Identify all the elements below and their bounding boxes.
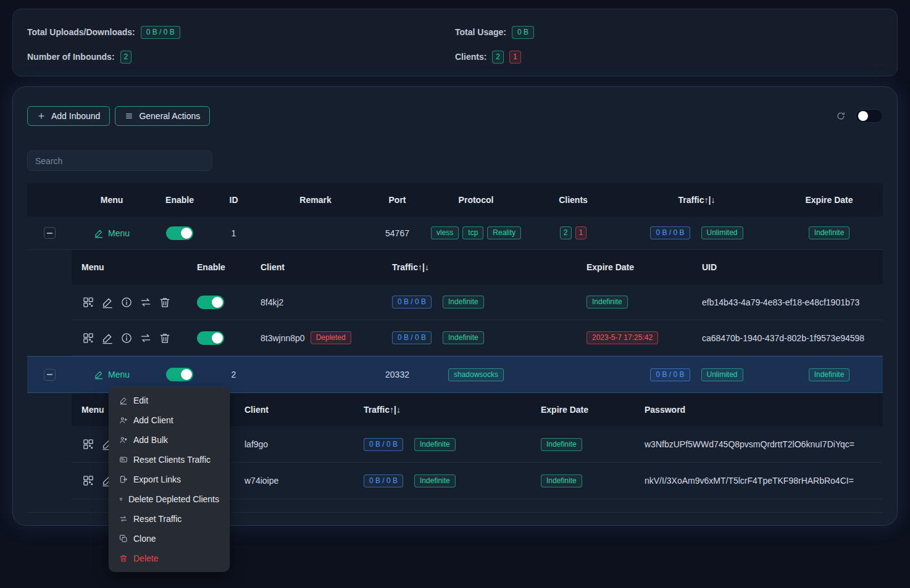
sub-header-traffic-sort[interactable]: Traffic↑|↓ — [382, 262, 577, 272]
traffic-value-badge: 0 B / 0 B — [650, 226, 690, 239]
inbound-2-traffic: 0 B / 0 B Unlimited — [650, 368, 743, 381]
sub-header-client: Client — [235, 405, 354, 415]
header-traffic-sort[interactable]: Traffic↑|↓ — [618, 195, 775, 205]
traffic-value-badge: 0 B / 0 B — [364, 474, 403, 487]
refresh-icon — [836, 111, 846, 121]
add-inbound-button[interactable]: Add Inbound — [27, 106, 110, 126]
export-icon — [119, 475, 128, 484]
stat-uploads-label: Total Uploads/Downloads: — [27, 27, 135, 37]
edit-client-button[interactable] — [101, 331, 114, 345]
client-traffic: 0 B / 0 B Indefinite — [392, 296, 484, 308]
client-info-button[interactable] — [120, 331, 133, 345]
sub-header-client: Client — [251, 262, 382, 272]
client-traffic: 0 B / 0 B Indefinite — [364, 438, 456, 451]
traffic-limit-badge: Indefinite — [443, 331, 484, 344]
trash-icon — [119, 495, 123, 503]
context-menu-item-edit[interactable]: Edit — [109, 391, 230, 410]
stat-total-uploads-downloads: Total Uploads/Downloads: 0 B / 0 B — [27, 22, 455, 43]
info-icon — [120, 332, 133, 344]
inbound-2-protocol-badges: shadowsocks — [448, 368, 504, 381]
search-input[interactable] — [27, 151, 212, 171]
qr-code-button[interactable] — [81, 331, 95, 345]
swap-arrows-icon — [140, 332, 152, 344]
stat-clients-active-badge: 2 — [492, 51, 504, 64]
context-menu-label: Delete Depleted Clients — [128, 494, 219, 504]
stat-number-of-inbounds: Number of Inbounds: 2 — [27, 46, 455, 67]
header-id: ID — [207, 195, 260, 205]
stats-card: Total Uploads/Downloads: 0 B / 0 B Total… — [12, 9, 898, 77]
toolbar-right — [835, 109, 883, 123]
inbound-1-clients-badges: 2 1 — [560, 226, 586, 239]
inbound-1-clients-table: Menu Enable Client Traffic↑|↓ Expire Dat… — [72, 250, 883, 356]
inbound-1-menu-button[interactable]: Menu — [94, 228, 130, 238]
info-icon — [120, 296, 133, 308]
general-actions-button[interactable]: General Actions — [115, 106, 210, 126]
refresh-button[interactable] — [835, 110, 847, 122]
inbound-1-id: 1 — [232, 228, 236, 238]
client-enable-toggle[interactable] — [197, 296, 224, 309]
collapse-inbound-1-button[interactable] — [44, 227, 56, 239]
context-menu-item-delete[interactable]: Delete — [109, 549, 230, 568]
reset-client-traffic-button[interactable] — [139, 296, 152, 309]
main-table-header: Menu Enable ID Remark Port Protocol Clie… — [27, 183, 883, 217]
theme-toggle[interactable] — [856, 109, 883, 123]
context-menu-label: Reset Traffic — [133, 514, 182, 524]
qr-code-button[interactable] — [81, 437, 95, 451]
inbound-2-menu-button[interactable]: Menu — [94, 370, 130, 379]
edit-client-button[interactable] — [101, 296, 114, 309]
swap-arrows-icon — [119, 515, 128, 523]
inbounds-card: Add Inbound General Actions Menu Enable … — [12, 86, 898, 526]
qr-code-icon — [82, 296, 94, 308]
toggle-knob — [181, 228, 192, 239]
inbound-context-menu: Edit Add Client Add Bulk Reset Clients T… — [109, 387, 230, 572]
context-menu-item-reset-traffic[interactable]: Reset Traffic — [109, 509, 230, 529]
edit-icon — [119, 396, 128, 405]
inbound-2-expire-badge: Indefinite — [809, 368, 850, 381]
inbound-1-enable-toggle[interactable] — [166, 226, 193, 240]
protocol-badge: shadowsocks — [448, 368, 504, 381]
context-menu-item-delete-depleted-clients[interactable]: Delete Depleted Clients — [109, 489, 230, 509]
client-expire-badge: 2023-5-7 17:25:42 — [586, 331, 658, 344]
clients-depleted-badge: 1 — [575, 226, 587, 239]
context-menu-item-clone[interactable]: Clone — [109, 529, 230, 549]
qr-code-button[interactable] — [81, 296, 95, 309]
inbound-2-enable-toggle[interactable] — [166, 368, 193, 381]
toggle-knob — [181, 369, 192, 380]
context-menu-item-reset-clients-traffic[interactable]: Reset Clients Traffic — [109, 450, 230, 470]
client-traffic: 0 B / 0 B Indefinite — [392, 331, 484, 344]
qr-code-icon — [82, 474, 94, 487]
context-menu-item-export-links[interactable]: Export Links — [109, 470, 230, 489]
client-info-button[interactable] — [120, 296, 133, 309]
depleted-status-badge: Depleted — [311, 331, 351, 344]
sub-header-expire: Expire Date — [577, 262, 692, 272]
stat-usage-label: Total Usage: — [455, 27, 506, 37]
context-menu-item-add-bulk[interactable]: Add Bulk — [109, 430, 230, 450]
protocol-badge: vless — [431, 226, 459, 239]
reset-client-traffic-button[interactable] — [139, 331, 152, 345]
header-remark: Remark — [260, 195, 371, 205]
trash-icon — [159, 332, 171, 344]
sub-header-enable: Enable — [187, 262, 251, 272]
trash-icon — [119, 554, 128, 563]
header-protocol: Protocol — [424, 195, 528, 205]
stat-clients-label: Clients: — [455, 52, 486, 62]
inbounds-page: Total Uploads/Downloads: 0 B / 0 B Total… — [0, 9, 910, 526]
context-menu-item-add-client[interactable]: Add Client — [109, 410, 230, 430]
context-menu-label: Reset Clients Traffic — [133, 455, 211, 465]
user-star-icon — [119, 436, 128, 444]
edit-icon — [101, 296, 114, 308]
qr-code-button[interactable] — [81, 474, 95, 487]
inbound-1-expire-badge: Indefinite — [809, 226, 850, 239]
minus-icon — [47, 233, 52, 234]
collapse-inbound-2-button[interactable] — [44, 369, 56, 381]
header-clients: Clients — [528, 195, 618, 205]
inbound-1-traffic: 0 B / 0 B Unlimited — [650, 226, 743, 239]
client-name: w74ioipe — [244, 476, 278, 486]
context-menu-label: Delete — [133, 553, 158, 563]
delete-client-button[interactable] — [158, 331, 172, 345]
stat-uploads-value-badge: 0 B / 0 B — [141, 26, 180, 39]
client-password: nkV/I/3XoAm9v6xMT/T5lcrF4TpeTKF98rHARbRo… — [645, 476, 854, 486]
sub-header-traffic-sort[interactable]: Traffic↑|↓ — [354, 405, 531, 415]
client-enable-toggle[interactable] — [197, 331, 224, 345]
delete-client-button[interactable] — [158, 296, 172, 309]
